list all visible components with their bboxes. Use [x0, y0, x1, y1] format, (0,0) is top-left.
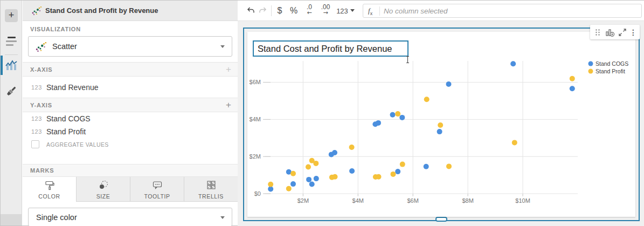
- chart-add-icon[interactable]: [604, 25, 616, 39]
- decrease-decimals-button[interactable]: .0 ←: [302, 4, 316, 16]
- app-window: +: [0, 0, 644, 226]
- data-point[interactable]: [437, 129, 442, 134]
- data-point[interactable]: [333, 174, 338, 180]
- data-point[interactable]: [446, 81, 452, 87]
- y-axis-label: Y-AXIS: [30, 102, 52, 108]
- scatter-chart[interactable]: $0$2M$4M$6M$2M$4M$6M$8M$10MStand COGSSta…: [247, 32, 635, 217]
- data-point[interactable]: [309, 182, 315, 187]
- data-point[interactable]: [438, 122, 443, 128]
- numeric-type-icon: 123: [31, 115, 42, 122]
- tab-size[interactable]: SIZE: [76, 177, 130, 202]
- marks-label: MARKS: [30, 167, 54, 174]
- tooltip-bubble-icon: [152, 180, 163, 190]
- data-point[interactable]: [424, 97, 430, 102]
- data-point[interactable]: [332, 150, 337, 155]
- y-axis-field-row[interactable]: 123 Stand Profit: [23, 125, 238, 138]
- size-circles-icon: [98, 180, 109, 190]
- legend-label[interactable]: Stand Profit: [595, 68, 625, 74]
- expand-icon[interactable]: [617, 25, 628, 39]
- data-point[interactable]: [570, 76, 575, 81]
- data-point[interactable]: [446, 163, 452, 169]
- legend-swatch: [588, 69, 593, 74]
- color-mode-dropdown[interactable]: Single color: [28, 208, 232, 226]
- y-axis-field-row[interactable]: 123 Stand COGS: [23, 112, 238, 125]
- increase-decimals-button[interactable]: .00 →: [318, 4, 333, 16]
- drag-handle-icon[interactable]: [593, 25, 602, 39]
- tab-trellis[interactable]: TRELLIS: [184, 177, 238, 202]
- undo-icon[interactable]: [244, 1, 256, 21]
- x-axis-label: X-AXIS: [30, 66, 52, 73]
- redo-icon[interactable]: [257, 1, 269, 21]
- arrow-left-icon: ←: [302, 10, 316, 16]
- aggregate-values-checkbox[interactable]: [31, 140, 39, 148]
- add-icon[interactable]: +: [5, 9, 18, 22]
- data-point[interactable]: [314, 176, 319, 181]
- visualization-type-dropdown[interactable]: Scatter: [28, 36, 232, 57]
- data-point[interactable]: [349, 168, 355, 174]
- percent-format-button[interactable]: %: [287, 1, 300, 21]
- tab-tooltip[interactable]: TOOLTIP: [130, 177, 184, 202]
- currency-format-button[interactable]: $: [274, 1, 285, 21]
- main-area: $ % .0 ← .00 → 123 fx: [238, 1, 644, 225]
- aggregate-values-label: AGGREGATE VALUES: [46, 141, 109, 148]
- marks-section-header: MARKS: [23, 164, 238, 177]
- tab-label: TRELLIS: [184, 193, 238, 200]
- field-name: Stand Profit: [46, 127, 86, 136]
- data-point[interactable]: [570, 86, 575, 91]
- panel-header: Stand Cost and Profit by Revenue: [23, 1, 238, 21]
- data-point[interactable]: [306, 177, 311, 182]
- legend-label[interactable]: Stand COGS: [595, 60, 628, 67]
- data-point[interactable]: [376, 174, 382, 180]
- tab-color[interactable]: COLOR: [23, 177, 76, 202]
- add-x-field-button[interactable]: +: [226, 64, 231, 75]
- list-icon[interactable]: [6, 37, 17, 46]
- data-point[interactable]: [313, 161, 318, 166]
- formula-bar: fx: [363, 4, 642, 18]
- data-point[interactable]: [395, 111, 400, 117]
- paint-roller-icon: [44, 180, 55, 190]
- data-point[interactable]: [399, 115, 405, 120]
- chart-title-input[interactable]: [253, 40, 408, 57]
- data-point[interactable]: [395, 169, 400, 174]
- data-point[interactable]: [512, 140, 517, 145]
- chart-icon[interactable]: [5, 59, 17, 72]
- data-point[interactable]: [286, 186, 292, 191]
- rail-divider: [5, 54, 18, 55]
- data-point[interactable]: [391, 172, 396, 177]
- formula-input[interactable]: [384, 4, 637, 17]
- rail-bottom-button[interactable]: [1, 214, 22, 225]
- data-point[interactable]: [306, 165, 311, 170]
- brush-icon[interactable]: [5, 85, 17, 98]
- toolbar-divider: [271, 5, 272, 16]
- number-format-dropdown[interactable]: 123: [335, 1, 356, 21]
- scatter-mini-icon: [35, 41, 47, 55]
- data-point[interactable]: [349, 145, 355, 150]
- scatter-mini-icon: [31, 5, 42, 18]
- data-point[interactable]: [424, 164, 429, 169]
- kebab-menu-icon[interactable]: ⋮: [629, 25, 638, 39]
- chart-card[interactable]: $0$2M$4M$6M$2M$4M$6M$8M$10MStand COGSSta…: [247, 32, 635, 217]
- dashboard-canvas[interactable]: $0$2M$4M$6M$2M$4M$6M$8M$10MStand COGSSta…: [238, 21, 644, 226]
- x-axis-field-row[interactable]: 123 Stand Revenue: [23, 77, 238, 98]
- y-axis-section-header: Y-AXIS +: [23, 98, 238, 112]
- chevron-down-icon: [220, 216, 225, 219]
- data-point[interactable]: [376, 120, 381, 126]
- data-point[interactable]: [400, 162, 405, 167]
- legend-swatch: [588, 61, 593, 66]
- formula-bar-divider: [379, 6, 380, 16]
- chevron-down-icon: [350, 9, 355, 12]
- data-point[interactable]: [390, 112, 396, 118]
- add-y-field-button[interactable]: +: [226, 100, 231, 111]
- data-point[interactable]: [268, 186, 273, 191]
- y-axis-tick-label: $4M: [250, 116, 261, 122]
- data-point[interactable]: [510, 61, 516, 66]
- numeric-type-icon: 123: [31, 84, 42, 91]
- y-axis-tick-label: $0: [254, 190, 261, 197]
- data-point[interactable]: [268, 182, 273, 187]
- data-point[interactable]: [290, 181, 296, 187]
- tab-label: TOOLTIP: [130, 193, 184, 200]
- field-name: Stand COGS: [46, 114, 91, 123]
- resize-handle[interactable]: [435, 217, 447, 222]
- trellis-grid-icon: [206, 180, 217, 190]
- data-point[interactable]: [290, 171, 296, 176]
